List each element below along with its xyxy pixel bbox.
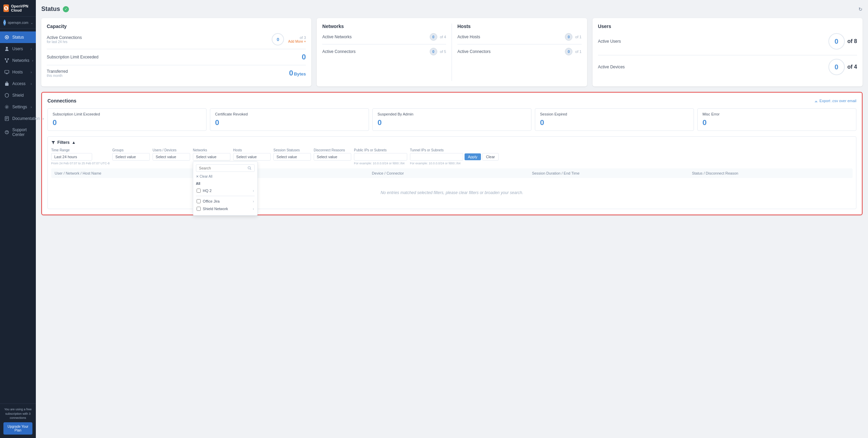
col-device-connector: Device / Connector [372, 171, 529, 175]
time-range-hint: From 24 Feb 07:07 to 25 Feb 07:07 UTC-8 [51, 162, 110, 165]
networks-item-hq2[interactable]: HQ 2 › [196, 187, 255, 194]
active-hosts-of: of 1 [575, 35, 581, 39]
conn-card-session-value: 0 [540, 118, 689, 127]
hq2-expand-icon[interactable]: › [253, 189, 254, 193]
active-networks-of: of 4 [440, 35, 446, 39]
filters-toggle[interactable]: Filters ▲ [51, 140, 853, 145]
shield-icon [4, 93, 10, 98]
upgrade-plan-button[interactable]: Upgrade Your Plan [3, 422, 32, 435]
sidebar-item-networks[interactable]: Networks › [0, 55, 36, 66]
networks-search-input[interactable] [199, 166, 246, 170]
networks-item-office-jira[interactable]: Office Jira › [196, 197, 255, 205]
clear-button[interactable]: Clear [482, 153, 499, 161]
disconnect-reasons-select[interactable]: Select value [314, 153, 351, 161]
filters-bar: Filters ▲ Time Range Last 24 hours From … [47, 136, 856, 209]
hosts-icon [4, 69, 10, 75]
divider-1 [47, 49, 306, 49]
capacity-panel: Capacity Active Connections for last 24 … [41, 18, 311, 86]
users-icon [4, 46, 10, 52]
subscription-limit-row: Subscription Limit Exceeded 0 [47, 53, 306, 61]
svg-line-5 [5, 59, 7, 61]
networks-arrow-icon: › [32, 59, 33, 63]
active-hosts-value: 0 [565, 33, 572, 41]
apply-button[interactable]: Apply [465, 153, 481, 160]
users-divider [598, 55, 857, 55]
sidebar-item-settings[interactable]: Settings › [0, 101, 36, 113]
col-session-duration: Session Duration / End Time [532, 171, 689, 175]
session-statuses-filter: Session Statuses Select value [273, 148, 311, 161]
active-devices-label: Active Devices [598, 65, 632, 69]
svg-point-10 [6, 106, 8, 108]
office-jira-checkbox[interactable] [197, 199, 201, 203]
sidebar-item-networks-label: Networks [12, 58, 29, 63]
svg-point-16 [6, 133, 7, 133]
hosts-divider [457, 44, 582, 44]
time-range-select[interactable]: Last 24 hours [51, 153, 92, 161]
users-devices-select[interactable]: Select value [153, 153, 190, 161]
openvpn-logo-icon [3, 4, 9, 12]
status-ok-badge: ✓ [63, 6, 69, 12]
svg-rect-4 [6, 61, 8, 63]
sidebar-item-access-label: Access [12, 81, 28, 86]
active-connectors-hosts-row: Active Connectors 0 of 1 [457, 48, 582, 55]
tunnel-ips-filter: Tunnel IPs or Subnets Apply Clear For ex… [410, 148, 499, 165]
sidebar-item-shield[interactable]: Shield [0, 90, 36, 101]
conn-card-subscription-exceeded: Subscription Limit Exceeded 0 [47, 108, 207, 131]
connections-header: Connections Export .csv over email [47, 98, 856, 104]
search-icon [247, 166, 252, 170]
sidebar-item-support[interactable]: Support Center [0, 124, 36, 140]
sidebar-item-users[interactable]: Users › [0, 43, 36, 55]
active-hosts-label: Active Hosts [457, 35, 480, 39]
svg-rect-7 [5, 70, 9, 73]
sidebar-bottom: You are using a free subscription with 3… [0, 403, 36, 438]
refresh-button[interactable]: ↻ [858, 6, 863, 12]
hq2-checkbox[interactable] [197, 189, 201, 193]
conn-card-suspended-label: Suspended By Admin [378, 112, 526, 116]
support-icon [4, 129, 10, 135]
groups-label: Groups [112, 148, 150, 152]
sidebar-item-hosts[interactable]: Hosts › [0, 66, 36, 78]
transferred-row: Transferred this month 0 Bytes [47, 69, 306, 78]
hosts-select[interactable]: Select value [233, 153, 271, 161]
connection-cards: Subscription Limit Exceeded 0 Certificat… [47, 108, 856, 131]
sidebar-item-access[interactable]: Access › [0, 78, 36, 90]
hq2-label: HQ 2 [203, 189, 212, 193]
active-users-circle: 0 [828, 33, 845, 50]
shield-network-expand-icon[interactable]: › [253, 207, 254, 211]
tunnel-ips-hint: For example: 10.0.0.0/24 or fd00::/64 [410, 162, 499, 165]
hosts-arrow-icon: › [31, 70, 32, 74]
export-button[interactable]: Export .csv over email [814, 99, 856, 103]
tunnel-ips-input[interactable] [410, 153, 463, 161]
export-icon [814, 99, 818, 103]
networks-filter: Networks Select value ✕ Clear All A [193, 148, 230, 161]
public-ips-input[interactable] [354, 153, 407, 161]
page-title: Status [41, 5, 60, 13]
disconnect-reasons-filter: Disconnect Reasons Select value [314, 148, 351, 161]
networks-select[interactable]: Select value [193, 153, 230, 161]
sidebar-item-users-label: Users [12, 46, 28, 51]
sidebar-item-status[interactable]: Status [0, 31, 36, 43]
add-more-link[interactable]: Add More + [288, 40, 306, 43]
active-devices-circle: 0 [828, 59, 845, 75]
active-connections-of: of 3 [300, 36, 306, 40]
active-devices-of: of 4 [848, 64, 857, 70]
networks-hosts-panel: Networks Active Networks 0 of 4 Active C… [317, 18, 587, 86]
sidebar-account[interactable]: O openvpn.com ⌄ [0, 17, 36, 29]
shield-network-checkbox[interactable] [197, 207, 201, 211]
sidebar-logo-text: OpenVPN Cloud [11, 4, 32, 12]
active-connections-row: Active Connections for last 24 hrs 0 of … [47, 33, 306, 45]
transferred-value: 0 [289, 69, 293, 78]
sidebar-item-documentation[interactable]: Documentation › [0, 113, 36, 124]
networks-item-shield[interactable]: Shield Network › [196, 205, 255, 213]
networks-clear-all[interactable]: ✕ Clear All [196, 174, 255, 179]
conn-card-certificate-revoked: Certificate Revoked 0 [210, 108, 369, 131]
sidebar-item-documentation-label: Documentation [12, 116, 40, 121]
office-jira-expand-icon[interactable]: › [253, 200, 254, 203]
transferred-sub: this month [47, 74, 68, 78]
session-statuses-select[interactable]: Select value [273, 153, 311, 161]
groups-select[interactable]: Select value [112, 153, 150, 161]
account-info: openvpn.com [8, 21, 28, 25]
networks-filter-label: Networks [193, 148, 230, 152]
active-networks-value: 0 [430, 33, 437, 41]
conn-card-certificate-label: Certificate Revoked [215, 112, 364, 116]
